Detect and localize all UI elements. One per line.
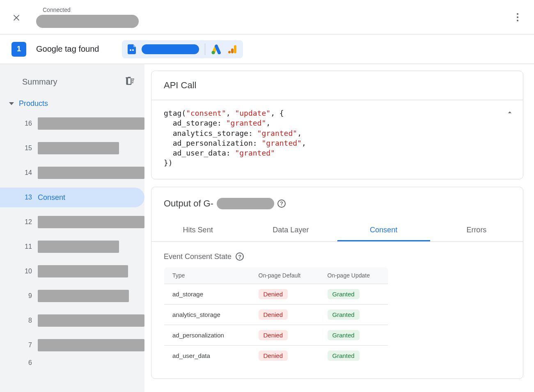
tab-data-layer[interactable]: Data Layer (244, 220, 337, 241)
tag-found-row: 1 Google tag found (0, 34, 534, 64)
consent-type: ad_user_data (164, 345, 250, 366)
output-prefix: Output of G- (164, 198, 213, 209)
update-badge: Granted (328, 330, 360, 340)
api-call-title: API Call (151, 71, 523, 100)
col-header-default: On-page Default (250, 267, 319, 284)
svg-rect-4 (231, 48, 234, 53)
consent-section-title: Event Consent State (164, 252, 231, 261)
event-number: 15 (22, 144, 32, 152)
event-label-redacted (38, 290, 129, 302)
api-call-code: gtag("consent", "update", { ad_storage: … (151, 100, 523, 179)
event-number: 14 (22, 169, 32, 177)
event-row[interactable]: 10 (0, 261, 144, 281)
consent-type: ad_personalization (164, 325, 250, 345)
consent-row: ad_personalizationDeniedGranted (164, 325, 388, 345)
output-tabs: Hits SentData LayerConsentErrors (151, 220, 523, 242)
event-row[interactable]: 14 (0, 163, 144, 183)
event-label-redacted (38, 339, 144, 351)
products-label: Products (19, 99, 48, 108)
help-consent-button[interactable]: ? (236, 252, 244, 261)
google-ads-icon (211, 44, 222, 54)
event-label-redacted (38, 216, 144, 228)
event-number: 10 (22, 268, 32, 275)
output-id-redacted (217, 198, 274, 209)
svg-point-5 (228, 51, 231, 53)
event-row[interactable]: 12 (0, 212, 144, 232)
svg-rect-3 (234, 45, 236, 53)
close-button[interactable] (7, 7, 26, 27)
api-call-card: API Call gtag("consent", "update", { ad_… (151, 71, 523, 179)
default-badge: Denied (259, 330, 288, 340)
sidebar: Summary Products 16151413Consent12111098… (0, 64, 144, 392)
event-label-redacted (38, 142, 119, 154)
event-number: 8 (22, 317, 32, 324)
more-vert-icon (517, 13, 518, 21)
close-icon (12, 13, 21, 22)
event-row[interactable]: 13Consent (0, 188, 144, 207)
event-number: 16 (22, 120, 32, 127)
event-row[interactable]: 6 (0, 360, 144, 366)
summary-label[interactable]: Summary (22, 77, 57, 87)
tag-count-badge: 1 (11, 42, 26, 57)
default-badge: Denied (259, 309, 288, 320)
svg-rect-6 (132, 79, 134, 80)
event-row[interactable]: 8 (0, 311, 144, 330)
col-header-update: On-page Update (319, 267, 388, 284)
event-row[interactable]: 16 (0, 114, 144, 133)
more-menu-button[interactable] (508, 7, 527, 27)
event-row[interactable]: 15 (0, 138, 144, 158)
event-number: 12 (22, 218, 32, 226)
event-label-redacted (38, 117, 144, 130)
chevron-down-icon (9, 102, 14, 105)
consent-row: ad_user_dataDeniedGranted (164, 345, 388, 366)
event-number: 7 (22, 342, 32, 349)
svg-rect-8 (132, 82, 133, 83)
svg-point-0 (130, 49, 131, 51)
default-badge: Denied (259, 351, 288, 361)
event-label-redacted (38, 314, 144, 327)
chip-divider (205, 44, 205, 55)
event-label-redacted (38, 167, 144, 179)
main-panel: API Call gtag("consent", "update", { ad_… (144, 64, 534, 392)
default-badge: Denied (259, 289, 288, 299)
col-header-type: Type (164, 267, 250, 284)
consent-panel: Event Consent State ? Type On-page Defau… (151, 242, 523, 378)
connected-label: Connected (43, 7, 139, 13)
top-bar: Connected (0, 0, 534, 34)
tag-found-label: Google tag found (36, 44, 99, 54)
collapse-button[interactable] (506, 108, 514, 119)
consent-type: ad_storage (164, 284, 250, 304)
tab-consent[interactable]: Consent (337, 220, 430, 241)
event-label-redacted (38, 241, 119, 253)
svg-point-1 (132, 49, 134, 51)
tab-hits-sent[interactable]: Hits Sent (151, 220, 244, 241)
update-badge: Granted (328, 351, 360, 361)
connected-url-redacted (36, 15, 139, 28)
clear-icon (124, 76, 135, 86)
event-label: Consent (38, 193, 65, 202)
consent-row: ad_storageDeniedGranted (164, 284, 388, 304)
products-toggle[interactable]: Products (0, 99, 144, 108)
connected-block: Connected (36, 7, 139, 28)
consent-type: analytics_storage (164, 304, 250, 325)
help-output-button[interactable]: ? (277, 199, 286, 208)
svg-rect-7 (132, 80, 134, 81)
event-number: 6 (22, 360, 32, 366)
consent-row: analytics_storageDeniedGranted (164, 304, 388, 325)
update-badge: Granted (328, 289, 360, 299)
consent-table: Type On-page Default On-page Update ad_s… (164, 267, 388, 366)
event-row[interactable]: 7 (0, 335, 144, 355)
tab-errors[interactable]: Errors (430, 220, 523, 241)
tag-chips[interactable] (122, 40, 243, 58)
google-analytics-icon (227, 44, 237, 54)
gtag-icon (128, 44, 136, 54)
clear-events-button[interactable] (124, 76, 135, 88)
event-list: 16151413Consent1211109876 (0, 114, 144, 366)
output-header: Output of G- ? (151, 187, 523, 211)
event-number: 13 (22, 194, 32, 201)
event-label-redacted (38, 265, 128, 277)
tag-id-redacted (142, 44, 199, 54)
update-badge: Granted (328, 309, 360, 320)
event-row[interactable]: 9 (0, 286, 144, 306)
event-row[interactable]: 11 (0, 237, 144, 257)
